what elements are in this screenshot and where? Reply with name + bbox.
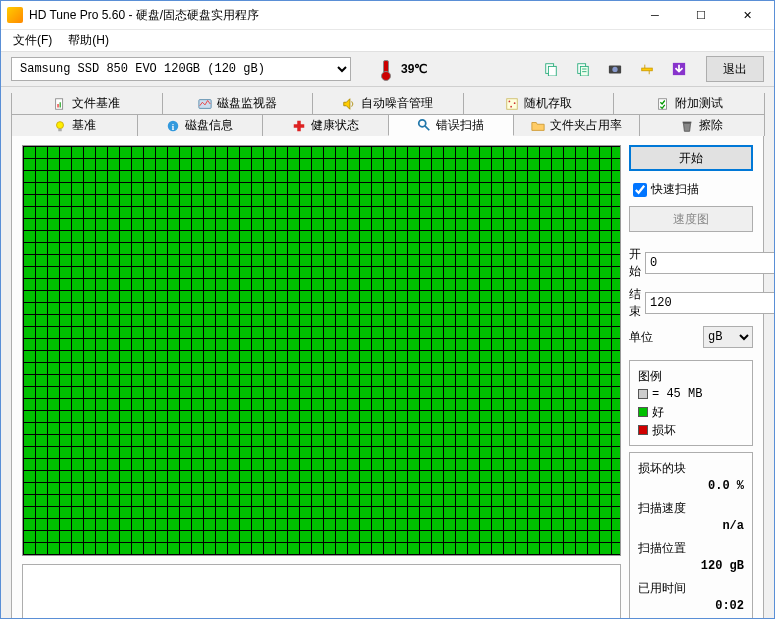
stat-speed-label: 扫描速度	[638, 499, 744, 517]
temperature-value: 39℃	[401, 62, 427, 76]
svg-rect-29	[683, 121, 692, 123]
tab-extra-tests[interactable]: 附加测试	[613, 93, 765, 115]
client-area: 文件基准 磁盘监视器 自动噪音管理 随机存取 附加测试 基准	[1, 87, 774, 619]
menu-help[interactable]: 帮助(H)	[60, 30, 117, 51]
extra-tests-icon	[656, 97, 670, 111]
menu-file[interactable]: 文件(F)	[5, 30, 60, 51]
unit-row: 单位 gB	[629, 326, 753, 348]
tab-label: 擦除	[699, 117, 723, 134]
tab-label: 自动噪音管理	[361, 95, 433, 112]
block-map-grid	[23, 146, 620, 555]
svg-rect-22	[58, 128, 62, 131]
exit-button[interactable]: 退出	[706, 56, 764, 82]
copy-text-icon	[544, 62, 558, 76]
window-title: HD Tune Pro 5.60 - 硬盘/固态硬盘实用程序	[29, 7, 632, 24]
bulb-icon	[53, 119, 67, 133]
stat-speed-value: n/a	[638, 517, 744, 535]
quick-scan-input[interactable]	[633, 183, 647, 197]
stat-damaged-value: 0.0 %	[638, 477, 744, 495]
svg-point-7	[612, 67, 617, 72]
svg-rect-26	[294, 124, 305, 128]
stat-elapsed-value: 0:02	[638, 597, 744, 615]
legend-good: 好	[638, 403, 744, 421]
health-icon	[292, 119, 306, 133]
tab-error-scan[interactable]: 错误扫描	[388, 114, 515, 136]
tab-aam[interactable]: 自动噪音管理	[312, 93, 464, 115]
start-scan-button[interactable]: 开始	[629, 145, 753, 171]
quick-scan-label: 快速扫描	[651, 181, 699, 198]
app-icon	[7, 7, 23, 23]
tab-label: 随机存取	[524, 95, 572, 112]
svg-rect-13	[58, 104, 59, 108]
end-lba-row: 结束 ▲▼	[629, 286, 753, 320]
legend-blocksize: = 45 MB	[638, 385, 744, 403]
tab-label: 附加测试	[675, 95, 723, 112]
file-benchmark-icon	[53, 97, 67, 111]
stat-damaged-label: 损坏的块	[638, 459, 744, 477]
quick-scan-checkbox[interactable]: 快速扫描	[633, 181, 753, 198]
svg-rect-1	[548, 66, 556, 76]
copy-info-button[interactable]	[570, 56, 596, 82]
tab-erase[interactable]: 擦除	[639, 114, 766, 136]
svg-rect-12	[56, 98, 63, 109]
svg-point-19	[510, 105, 512, 107]
title-bar: HD Tune Pro 5.60 - 硬盘/固态硬盘实用程序 ─ ☐ ✕	[1, 1, 774, 30]
menu-bar: 文件(F) 帮助(H)	[1, 30, 774, 52]
svg-rect-16	[507, 98, 518, 109]
start-lba-row: 开始 ▲▼	[629, 246, 753, 280]
svg-rect-9	[644, 65, 645, 69]
unit-select[interactable]: gB	[703, 326, 753, 348]
start-input[interactable]	[646, 253, 775, 273]
start-label: 开始	[629, 246, 641, 280]
tab-info[interactable]: i 磁盘信息	[137, 114, 264, 136]
magnifier-icon	[417, 118, 431, 132]
tab-random-access[interactable]: 随机存取	[463, 93, 615, 115]
stat-pos-label: 扫描位置	[638, 539, 744, 557]
tab-label: 文件夹占用率	[550, 117, 622, 134]
log-box	[22, 564, 621, 619]
disk-monitor-icon	[198, 97, 212, 111]
svg-rect-10	[649, 71, 650, 75]
speaker-icon	[342, 97, 356, 111]
toolbar: Samsung SSD 850 EVO 120GB (120 gB) 39℃ 退…	[1, 52, 774, 87]
tab-pane-error-scan: 开始 快速扫描 速度图 开始 ▲▼ 结束 ▲▼ 单	[11, 135, 764, 619]
tab-label: 健康状态	[311, 117, 359, 134]
scan-sidebar: 开始 快速扫描 速度图 开始 ▲▼ 结束 ▲▼ 单	[629, 145, 753, 619]
copy-text-button[interactable]	[538, 56, 564, 82]
tab-file-benchmark[interactable]: 文件基准	[11, 93, 163, 115]
tab-strip: 文件基准 磁盘监视器 自动噪音管理 随机存取 附加测试 基准	[11, 93, 764, 136]
svg-rect-14	[60, 102, 61, 107]
thermometer-icon	[377, 58, 393, 80]
tab-row-2: 基准 i 磁盘信息 健康状态 错误扫描 文件夹占用率 擦除	[11, 114, 764, 136]
tab-folder-usage[interactable]: 文件夹占用率	[513, 114, 640, 136]
tab-benchmark[interactable]: 基准	[11, 114, 138, 136]
options-button[interactable]	[634, 56, 660, 82]
tab-label: 磁盘信息	[185, 117, 233, 134]
end-label: 结束	[629, 286, 641, 320]
random-access-icon	[505, 97, 519, 111]
end-input[interactable]	[646, 293, 775, 313]
legend-box: 图例 = 45 MB 好 损坏	[629, 360, 753, 446]
svg-point-27	[419, 120, 426, 127]
folder-icon	[531, 119, 545, 133]
tab-label: 基准	[72, 117, 96, 134]
drive-select[interactable]: Samsung SSD 850 EVO 120GB (120 gB)	[11, 57, 351, 81]
save-button[interactable]	[666, 56, 692, 82]
close-button[interactable]: ✕	[724, 1, 770, 29]
stat-pos-value: 120 gB	[638, 557, 744, 575]
tab-label: 错误扫描	[436, 117, 484, 134]
tab-disk-monitor[interactable]: 磁盘监视器	[162, 93, 314, 115]
stats-box: 损坏的块 0.0 % 扫描速度 n/a 扫描位置 120 gB 已用时间 0:0…	[629, 452, 753, 619]
tab-label: 磁盘监视器	[217, 95, 277, 112]
legend-damaged: 损坏	[638, 421, 744, 439]
svg-point-17	[509, 100, 511, 102]
tab-row-1: 文件基准 磁盘监视器 自动噪音管理 随机存取 附加测试	[11, 93, 764, 115]
info-icon: i	[166, 119, 180, 133]
screenshot-button[interactable]	[602, 56, 628, 82]
legend-title: 图例	[638, 367, 744, 385]
maximize-button[interactable]: ☐	[678, 1, 724, 29]
stat-elapsed-label: 已用时间	[638, 579, 744, 597]
svg-point-21	[56, 121, 63, 128]
minimize-button[interactable]: ─	[632, 1, 678, 29]
tab-health[interactable]: 健康状态	[262, 114, 389, 136]
